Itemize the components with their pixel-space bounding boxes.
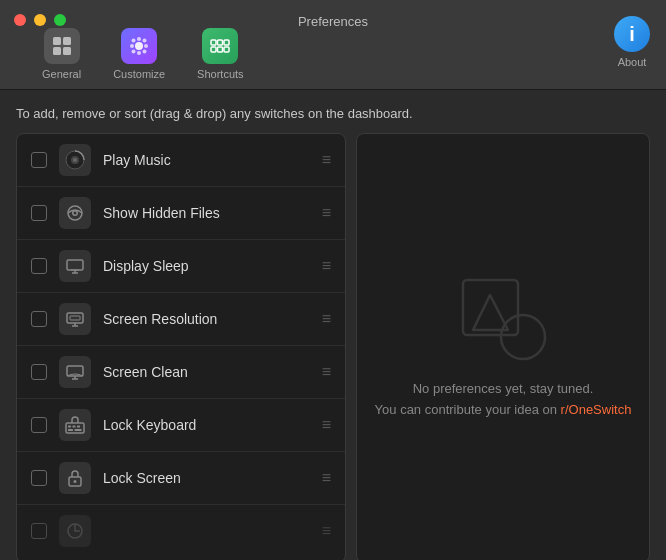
svg-rect-38 bbox=[73, 426, 76, 428]
list-item[interactable]: Show Hidden Files ≡ bbox=[17, 187, 345, 240]
checkbox-screen-clean[interactable] bbox=[31, 364, 47, 380]
list-item[interactable]: ≡ bbox=[17, 505, 345, 557]
svg-rect-2 bbox=[53, 47, 61, 55]
svg-point-10 bbox=[143, 49, 147, 53]
screen-resolution-label: Screen Resolution bbox=[103, 311, 310, 327]
toolbar-shortcuts[interactable]: Shortcuts bbox=[181, 22, 259, 86]
svg-rect-0 bbox=[53, 37, 61, 45]
right-panel: No preferences yet, stay tuned. You can … bbox=[356, 133, 650, 560]
checkbox-lock-keyboard[interactable] bbox=[31, 417, 47, 433]
checkbox-show-hidden[interactable] bbox=[31, 205, 47, 221]
svg-rect-39 bbox=[77, 426, 80, 428]
content-area: To add, remove or sort (drag & drop) any… bbox=[0, 90, 666, 560]
placeholder-graphic bbox=[458, 275, 548, 365]
oneswitch-link[interactable]: r/OneSwitch bbox=[561, 402, 632, 417]
svg-point-5 bbox=[137, 37, 141, 41]
svg-point-9 bbox=[132, 38, 136, 42]
list-item[interactable]: Lock Screen ≡ bbox=[17, 452, 345, 505]
svg-point-24 bbox=[74, 212, 77, 215]
window-title: Preferences bbox=[298, 14, 368, 29]
svg-point-43 bbox=[74, 480, 77, 483]
list-item[interactable]: Play Music ≡ bbox=[17, 134, 345, 187]
drag-handle-play-music: ≡ bbox=[322, 151, 331, 169]
screen-clean-icon bbox=[59, 356, 91, 388]
svg-point-8 bbox=[144, 44, 148, 48]
svg-point-47 bbox=[501, 315, 545, 359]
svg-rect-18 bbox=[224, 47, 229, 52]
drag-handle-partial: ≡ bbox=[322, 522, 331, 540]
instruction-text: To add, remove or sort (drag & drop) any… bbox=[16, 106, 650, 121]
list-item[interactable]: Screen Resolution ≡ bbox=[17, 293, 345, 346]
svg-point-7 bbox=[130, 44, 134, 48]
svg-point-21 bbox=[73, 158, 77, 162]
drag-handle-lock-screen: ≡ bbox=[322, 469, 331, 487]
minimize-button[interactable] bbox=[34, 14, 46, 26]
list-item[interactable]: Lock Keyboard ≡ bbox=[17, 399, 345, 452]
checkbox-lock-screen[interactable] bbox=[31, 470, 47, 486]
svg-rect-41 bbox=[75, 429, 82, 431]
svg-rect-13 bbox=[211, 40, 216, 45]
partial-icon bbox=[59, 515, 91, 547]
general-label: General bbox=[42, 68, 81, 80]
svg-point-11 bbox=[132, 49, 136, 53]
left-panel: Play Music ≡ Show Hidden Files ≡ bbox=[16, 133, 346, 560]
toolbar-customize[interactable]: Customize bbox=[97, 22, 181, 86]
customize-icon bbox=[121, 28, 157, 64]
toolbar-general[interactable]: General bbox=[26, 22, 97, 86]
svg-point-4 bbox=[135, 42, 143, 50]
svg-rect-17 bbox=[218, 47, 223, 52]
lock-keyboard-icon bbox=[59, 409, 91, 441]
svg-rect-32 bbox=[70, 316, 80, 320]
shortcuts-label: Shortcuts bbox=[197, 68, 243, 80]
screen-resolution-icon bbox=[59, 303, 91, 335]
svg-marker-46 bbox=[473, 295, 508, 330]
svg-rect-16 bbox=[211, 47, 216, 52]
about-label: About bbox=[618, 56, 647, 68]
svg-rect-40 bbox=[68, 429, 73, 431]
panels: Play Music ≡ Show Hidden Files ≡ bbox=[16, 133, 650, 560]
checkbox-display-sleep[interactable] bbox=[31, 258, 47, 274]
shortcuts-icon bbox=[202, 28, 238, 64]
about-button[interactable]: i About bbox=[614, 16, 650, 68]
drag-handle-show-hidden: ≡ bbox=[322, 204, 331, 222]
lock-keyboard-label: Lock Keyboard bbox=[103, 417, 310, 433]
svg-rect-37 bbox=[68, 426, 71, 428]
display-sleep-label: Display Sleep bbox=[103, 258, 310, 274]
svg-rect-3 bbox=[63, 47, 71, 55]
general-icon bbox=[44, 28, 80, 64]
checkbox-play-music[interactable] bbox=[31, 152, 47, 168]
display-sleep-icon bbox=[59, 250, 91, 282]
lock-screen-icon bbox=[59, 462, 91, 494]
maximize-button[interactable] bbox=[54, 14, 66, 26]
svg-rect-25 bbox=[67, 260, 83, 270]
window-controls bbox=[14, 14, 66, 26]
lock-screen-label: Lock Screen bbox=[103, 470, 310, 486]
svg-rect-14 bbox=[218, 40, 223, 45]
close-button[interactable] bbox=[14, 14, 26, 26]
show-hidden-label: Show Hidden Files bbox=[103, 205, 310, 221]
svg-rect-36 bbox=[66, 423, 84, 433]
no-prefs-text: No preferences yet, stay tuned. You can … bbox=[375, 379, 632, 421]
svg-rect-1 bbox=[63, 37, 71, 45]
drag-handle-display-sleep: ≡ bbox=[322, 257, 331, 275]
drag-handle-screen-resolution: ≡ bbox=[322, 310, 331, 328]
toolbar: General Customize bbox=[26, 22, 260, 86]
svg-point-6 bbox=[137, 51, 141, 55]
play-music-icon bbox=[59, 144, 91, 176]
titlebar: Preferences General bbox=[0, 0, 666, 90]
drag-handle-lock-keyboard: ≡ bbox=[322, 416, 331, 434]
svg-rect-45 bbox=[463, 280, 518, 335]
svg-rect-29 bbox=[67, 313, 83, 323]
screen-clean-label: Screen Clean bbox=[103, 364, 310, 380]
checkbox-screen-resolution[interactable] bbox=[31, 311, 47, 327]
play-music-label: Play Music bbox=[103, 152, 310, 168]
drag-handle-screen-clean: ≡ bbox=[322, 363, 331, 381]
list-item[interactable]: Display Sleep ≡ bbox=[17, 240, 345, 293]
svg-rect-15 bbox=[224, 40, 229, 45]
show-hidden-icon bbox=[59, 197, 91, 229]
checkbox-partial[interactable] bbox=[31, 523, 47, 539]
list-item[interactable]: Screen Clean ≡ bbox=[17, 346, 345, 399]
customize-label: Customize bbox=[113, 68, 165, 80]
about-icon: i bbox=[614, 16, 650, 52]
svg-point-12 bbox=[143, 38, 147, 42]
